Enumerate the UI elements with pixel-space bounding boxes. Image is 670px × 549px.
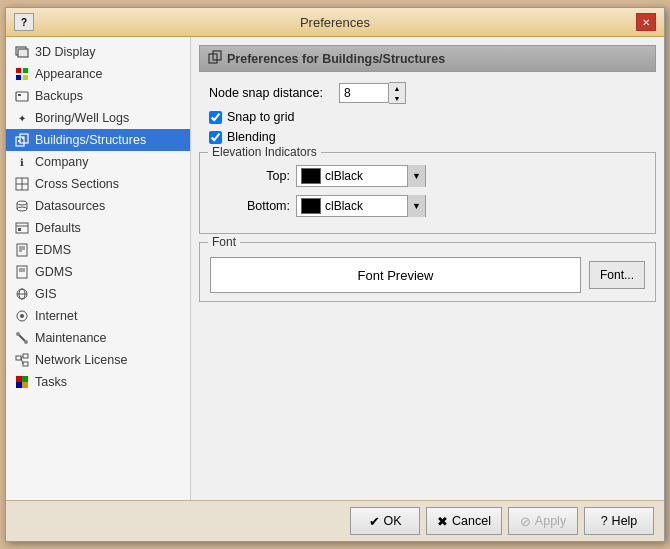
sidebar-item-buildings-label: Buildings/Structures xyxy=(35,133,146,147)
sidebar-item-cross-sections-label: Cross Sections xyxy=(35,177,119,191)
snap-to-grid-checkbox[interactable] xyxy=(209,111,222,124)
apply-label: Apply xyxy=(535,514,566,528)
spinbox-up-button[interactable]: ▲ xyxy=(389,83,405,93)
font-preview-text: Font Preview xyxy=(358,268,434,283)
blending-checkbox[interactable] xyxy=(209,131,222,144)
blending-row: Blending xyxy=(199,130,656,144)
svg-rect-45 xyxy=(22,382,28,388)
svg-rect-43 xyxy=(22,376,28,382)
titlebar-right-controls: ✕ xyxy=(636,13,656,31)
sidebar-item-maintenance[interactable]: Maintenance xyxy=(6,327,190,349)
svg-rect-7 xyxy=(18,94,21,96)
elevation-indicators-group: Elevation Indicators Top: clBlack ▼ Bott… xyxy=(199,152,656,234)
section-header: Preferences for Buildings/Structures xyxy=(199,45,656,72)
sidebar-item-backups[interactable]: Backups xyxy=(6,85,190,107)
svg-rect-42 xyxy=(16,376,22,382)
svg-point-15 xyxy=(17,201,27,205)
sidebar-item-3d-display-label: 3D Display xyxy=(35,45,95,59)
sidebar-item-maintenance-label: Maintenance xyxy=(35,331,107,345)
svg-rect-2 xyxy=(16,68,21,73)
svg-line-41 xyxy=(21,358,23,364)
titlebar-left-controls: ? xyxy=(14,13,34,31)
buildings-icon xyxy=(14,132,30,148)
svg-rect-44 xyxy=(16,382,22,388)
sidebar-item-company-label: Company xyxy=(35,155,89,169)
section-header-icon xyxy=(208,50,222,67)
preferences-window: ? Preferences ✕ 3D Display Appearance xyxy=(5,7,665,542)
sidebar-item-tasks-label: Tasks xyxy=(35,375,67,389)
network-license-icon xyxy=(14,352,30,368)
sidebar-item-internet-label: Internet xyxy=(35,309,77,323)
elevation-top-row: Top: clBlack ▼ xyxy=(210,165,645,187)
elevation-bottom-arrow: ▼ xyxy=(407,195,425,217)
svg-rect-19 xyxy=(16,223,28,233)
elevation-bottom-label: Bottom: xyxy=(230,199,290,213)
main-content: 3D Display Appearance Backups ✦ Boring/W… xyxy=(6,37,664,500)
titlebar-close-button[interactable]: ✕ xyxy=(636,13,656,31)
node-snap-row: Node snap distance: ▲ ▼ xyxy=(199,82,656,104)
svg-point-35 xyxy=(16,332,20,336)
sidebar-item-internet[interactable]: Internet xyxy=(6,305,190,327)
sidebar-item-gdms-label: GDMS xyxy=(35,265,73,279)
defaults-icon xyxy=(14,220,30,236)
sidebar-item-defaults[interactable]: Defaults xyxy=(6,217,190,239)
svg-rect-26 xyxy=(17,266,27,278)
appearance-icon xyxy=(14,66,30,82)
ok-icon: ✔ xyxy=(369,514,380,529)
titlebar-help-button[interactable]: ? xyxy=(14,13,34,31)
sidebar-item-edms[interactable]: EDMS xyxy=(6,239,190,261)
elevation-top-label: Top: xyxy=(230,169,290,183)
sidebar-item-boring-well-label: Boring/Well Logs xyxy=(35,111,129,125)
apply-button[interactable]: ⊘ Apply xyxy=(508,507,578,535)
sidebar-item-network-license[interactable]: Network License xyxy=(6,349,190,371)
font-group: Font Font Preview Font... xyxy=(199,242,656,302)
sidebar-item-buildings-structures[interactable]: Buildings/Structures xyxy=(6,129,190,151)
ok-button[interactable]: ✔ OK xyxy=(350,507,420,535)
svg-rect-11 xyxy=(22,137,24,139)
svg-rect-22 xyxy=(17,244,27,256)
elevation-bottom-swatch xyxy=(301,198,321,214)
svg-rect-4 xyxy=(16,75,21,80)
svg-rect-10 xyxy=(18,140,20,142)
elevation-bottom-row: Bottom: clBlack ▼ xyxy=(210,195,645,217)
svg-point-36 xyxy=(24,340,28,344)
node-snap-label: Node snap distance: xyxy=(209,86,339,100)
titlebar: ? Preferences ✕ xyxy=(6,8,664,37)
cancel-button[interactable]: ✖ Cancel xyxy=(426,507,502,535)
font-group-title: Font xyxy=(208,235,240,249)
svg-rect-39 xyxy=(23,362,28,366)
elevation-bottom-select[interactable]: clBlack ▼ xyxy=(296,195,426,217)
sidebar: 3D Display Appearance Backups ✦ Boring/W… xyxy=(6,37,191,500)
boring-well-icon: ✦ xyxy=(14,110,30,126)
window-title: Preferences xyxy=(34,15,636,30)
ok-label: OK xyxy=(384,514,402,528)
sidebar-item-datasources[interactable]: Datasources xyxy=(6,195,190,217)
sidebar-item-boring-well-logs[interactable]: ✦ Boring/Well Logs xyxy=(6,107,190,129)
help-button[interactable]: ? Help xyxy=(584,507,654,535)
bottom-bar: ✔ OK ✖ Cancel ⊘ Apply ? Help xyxy=(6,500,664,541)
elevation-top-arrow: ▼ xyxy=(407,165,425,187)
sidebar-item-tasks[interactable]: Tasks xyxy=(6,371,190,393)
node-snap-spinbox: ▲ ▼ xyxy=(339,82,406,104)
sidebar-item-cross-sections[interactable]: Cross Sections xyxy=(6,173,190,195)
spinbox-down-button[interactable]: ▼ xyxy=(389,93,405,103)
node-snap-input[interactable] xyxy=(339,83,389,103)
sidebar-item-3d-display[interactable]: 3D Display xyxy=(6,41,190,63)
maintenance-icon xyxy=(14,330,30,346)
sidebar-item-gis[interactable]: GIS xyxy=(6,283,190,305)
sidebar-item-backups-label: Backups xyxy=(35,89,83,103)
sidebar-item-defaults-label: Defaults xyxy=(35,221,81,235)
sidebar-item-gdms[interactable]: GDMS xyxy=(6,261,190,283)
sidebar-item-company[interactable]: ℹ Company xyxy=(6,151,190,173)
elevation-top-select[interactable]: clBlack ▼ xyxy=(296,165,426,187)
svg-rect-38 xyxy=(23,354,28,358)
spinbox-buttons: ▲ ▼ xyxy=(389,82,406,104)
edms-icon xyxy=(14,242,30,258)
gis-icon xyxy=(14,286,30,302)
help-icon: ? xyxy=(601,514,608,528)
snap-to-grid-row: Snap to grid xyxy=(199,110,656,124)
font-button[interactable]: Font... xyxy=(589,261,645,289)
sidebar-item-gis-label: GIS xyxy=(35,287,57,301)
sidebar-item-appearance[interactable]: Appearance xyxy=(6,63,190,85)
gdms-icon xyxy=(14,264,30,280)
